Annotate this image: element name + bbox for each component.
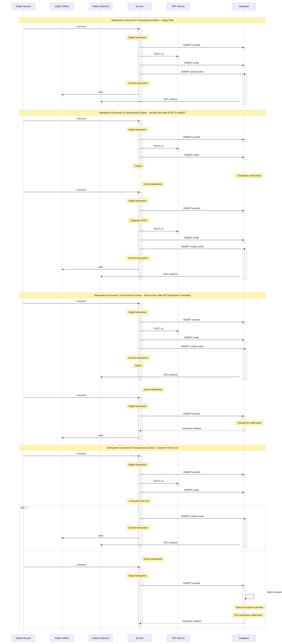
actor-bottom-inbound: Kafka Inbound: [12, 634, 35, 642]
actor-bottom-offsets: Kafka Offsets: [50, 634, 74, 642]
message-label-31: INSERT entity: [184, 489, 199, 491]
note-15: Begin transaction: [127, 462, 149, 467]
message-label-24: consume: [77, 394, 86, 396]
message-label-23: CDC produce: [163, 373, 177, 376]
message-arrow-16: [62, 269, 139, 270]
note-16: Consume times out: [127, 499, 151, 503]
message-arrow-6: [101, 101, 240, 102]
group-header-3: Idempotent Consumer & Transactional Outb…: [19, 445, 265, 451]
message-label-7: consume: [77, 117, 86, 120]
message-label-4: INSERT outbox event: [181, 70, 204, 73]
note-18: Event redelivered: [142, 557, 164, 562]
message-arrow-30: [139, 483, 178, 484]
note-5: Event redelivered: [142, 182, 164, 186]
note-0: Begin transaction: [127, 35, 149, 40]
par-label: par: [20, 506, 28, 509]
message-label-37: constraint violation: [182, 620, 201, 622]
group-header-2: Idempotent Consumer & Transactional Outb…: [19, 292, 265, 298]
actor-top-offsets: Kafka Offsets: [50, 3, 74, 10]
note-4: Transaction rolled back: [235, 173, 263, 178]
activation-38: [243, 586, 245, 624]
note-2: Begin transaction: [127, 127, 149, 132]
message-arrow-33: [62, 538, 139, 538]
activation-13: [140, 192, 142, 279]
note-12: Event redelivered: [142, 387, 164, 392]
message-label-28: consume: [77, 452, 86, 455]
message-arrow-29: [139, 474, 244, 474]
message-arrow-1: [139, 47, 244, 48]
message-arrow-27: [62, 438, 139, 438]
message-arrow-8: [139, 139, 244, 140]
message-label-34: CDC produce: [163, 541, 177, 544]
message-label-0: consume: [77, 25, 86, 28]
self-message-label-0: Wait to acquire transaction lock: [267, 591, 282, 594]
message-arrow-20: [139, 331, 178, 331]
actor-bottom-service: Service: [128, 634, 151, 642]
group-header-1: Idempotent Consumer & Transactional Outb…: [19, 110, 265, 116]
message-label-13: POST /v1: [154, 228, 164, 230]
note-14: Transaction rolled back: [235, 420, 263, 425]
message-label-30: POST /v1: [154, 480, 164, 482]
note-8: Commit transaction: [126, 256, 150, 260]
activation-35: [244, 519, 247, 548]
message-arrow-24: [23, 397, 139, 398]
actor-top-inbound: Kafka Inbound: [12, 3, 35, 10]
message-label-3: INSERT entity: [184, 62, 199, 64]
message-label-15: INSERT outbox event: [181, 245, 204, 248]
actor-top-service: Service: [128, 3, 151, 10]
sequence-diagram: Kafka InboundKafka OffsetsKafka Outbound…: [0, 0, 282, 644]
actor-top-outbound: Kafka Outbound: [89, 3, 113, 10]
message-label-11: consume: [77, 188, 86, 191]
message-arrow-2: [139, 56, 178, 56]
message-label-14: INSERT entity: [184, 236, 199, 239]
message-label-25: INSERT eventId: [183, 412, 200, 415]
actor-bottom-outbound: Kafka Outbound: [89, 634, 113, 642]
message-arrow-9: [139, 148, 178, 148]
actor-top-db: Database: [232, 3, 256, 10]
message-label-29: INSERT eventId: [183, 471, 200, 474]
message-label-27: write: [98, 434, 103, 437]
message-label-18: consume: [77, 300, 86, 302]
message-label-10: INSERT entity: [184, 154, 199, 156]
actor-bottom-tpp: 3PP Service: [166, 634, 190, 642]
note-10: Commit transaction: [126, 356, 150, 360]
message-label-22: INSERT outbox event: [181, 345, 204, 348]
note-20: Other transaction commits: [234, 605, 265, 610]
activation-18: [244, 249, 247, 279]
message-arrow-37: [139, 623, 244, 624]
message-label-26: constraint violation: [182, 427, 201, 430]
message-label-9: POST /v1: [154, 145, 164, 148]
message-arrow-35: [23, 567, 139, 567]
message-arrow-28: [23, 456, 139, 456]
message-arrow-3: [139, 65, 244, 65]
message-arrow-22: [139, 348, 245, 349]
note-9: Begin transaction: [127, 310, 149, 314]
group-header-0: Idempotent Consumer & Transactional Outb…: [19, 18, 265, 23]
message-arrow-21: [139, 340, 244, 340]
activation-20: [140, 304, 142, 380]
par-box: par: [19, 506, 265, 629]
message-label-35: consume: [77, 563, 86, 566]
activation-6: [244, 74, 247, 104]
note-7: Duplicate POST: [128, 218, 149, 223]
message-arrow-32: [139, 518, 245, 519]
message-arrow-26: [139, 430, 244, 431]
message-arrow-7: [23, 121, 139, 121]
message-arrow-10: [139, 157, 244, 157]
message-label-6: CDC produce: [163, 98, 177, 100]
actor-top-tpp: 3PP Service: [166, 3, 190, 10]
message-arrow-15: [139, 249, 245, 249]
message-arrow-13: [139, 231, 178, 231]
note-11: Failure: [133, 363, 144, 368]
self-message-0: [245, 594, 254, 599]
message-arrow-23: [101, 377, 240, 377]
message-label-17: CDC produce: [163, 273, 177, 276]
message-label-1: INSERT eventId: [183, 44, 200, 46]
message-arrow-34: [101, 545, 240, 545]
message-label-12: INSERT eventId: [183, 207, 200, 210]
note-19: Begin transaction: [127, 574, 149, 578]
message-label-19: INSERT eventId: [183, 318, 200, 321]
message-arrow-18: [23, 303, 139, 304]
actor-bottom-db: Database: [232, 634, 256, 642]
message-label-21: INSERT entity: [184, 336, 199, 339]
